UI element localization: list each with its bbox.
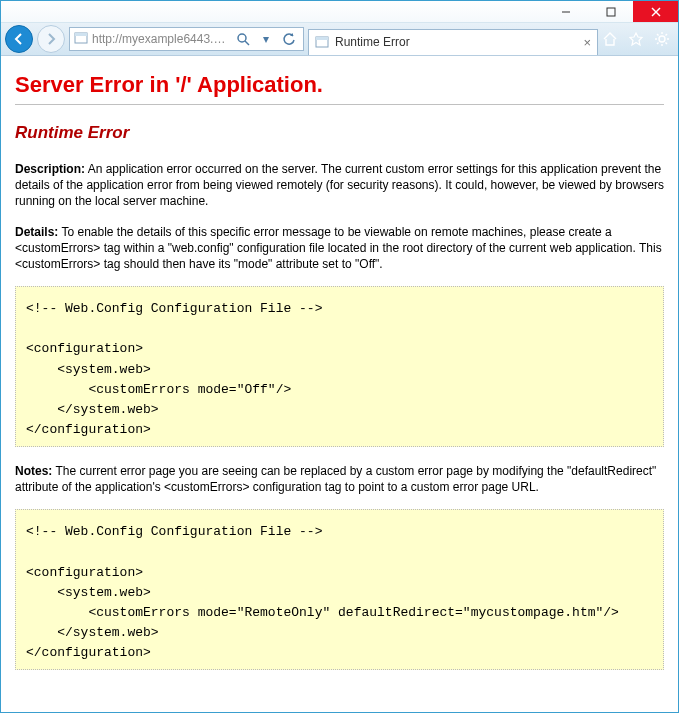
tools-button[interactable] (654, 31, 670, 47)
notes-text: The current error page you are seeing ca… (15, 464, 656, 494)
nav-back-button[interactable] (5, 25, 33, 53)
gear-icon (654, 31, 670, 47)
refresh-button[interactable] (279, 29, 299, 49)
nav-forward-button[interactable] (37, 25, 65, 53)
home-button[interactable] (602, 31, 618, 47)
page-title: Server Error in '/' Application. (15, 72, 664, 98)
browser-navbar: http://myexample6443.azurewe... ▾ Runtim… (1, 23, 678, 56)
window-titlebar (1, 1, 678, 23)
svg-line-15 (657, 34, 659, 36)
svg-line-16 (666, 43, 668, 45)
divider (15, 104, 664, 105)
tab-title: Runtime Error (335, 35, 577, 49)
window-minimize-button[interactable] (543, 1, 588, 22)
details-label: Details: (15, 225, 58, 239)
browser-tab[interactable]: Runtime Error × (308, 29, 598, 55)
search-button[interactable] (233, 29, 253, 49)
window-maximize-button[interactable] (588, 1, 633, 22)
description-text: An application error occurred on the ser… (15, 162, 664, 208)
code-block-2: <!-- Web.Config Configuration File --> <… (15, 509, 664, 670)
svg-rect-5 (75, 33, 87, 36)
tab-close-button[interactable]: × (583, 35, 591, 50)
svg-rect-9 (316, 37, 328, 40)
refresh-icon (282, 32, 296, 46)
svg-line-18 (666, 34, 668, 36)
notes-label: Notes: (15, 464, 52, 478)
page-content: Server Error in '/' Application. Runtime… (1, 56, 678, 712)
dropdown-button[interactable]: ▾ (256, 29, 276, 49)
window-close-button[interactable] (633, 1, 678, 22)
toolbar-right (602, 31, 672, 47)
favorites-button[interactable] (628, 31, 644, 47)
home-icon (602, 31, 618, 47)
svg-point-6 (238, 34, 246, 42)
svg-line-17 (657, 43, 659, 45)
svg-rect-1 (607, 8, 615, 16)
details-text: To enable the details of this specific e… (15, 225, 662, 271)
code-block-1: <!-- Web.Config Configuration File --> <… (15, 286, 664, 447)
code-text-1: <!-- Web.Config Configuration File --> <… (26, 299, 653, 440)
description-paragraph: Description: An application error occurr… (15, 161, 664, 210)
arrow-right-icon (44, 32, 58, 46)
page-favicon-icon (74, 31, 88, 48)
arrow-left-icon (12, 32, 26, 46)
error-heading: Runtime Error (15, 123, 664, 143)
search-icon (236, 32, 250, 46)
address-url: http://myexample6443.azurewe... (92, 32, 229, 46)
address-bar[interactable]: http://myexample6443.azurewe... ▾ (69, 27, 304, 51)
star-icon (628, 31, 644, 47)
tab-favicon-icon (315, 35, 329, 49)
description-label: Description: (15, 162, 85, 176)
svg-point-10 (659, 36, 665, 42)
details-paragraph: Details: To enable the details of this s… (15, 224, 664, 273)
code-text-2: <!-- Web.Config Configuration File --> <… (26, 522, 653, 663)
notes-paragraph: Notes: The current error page you are se… (15, 463, 664, 495)
svg-line-7 (245, 41, 249, 45)
